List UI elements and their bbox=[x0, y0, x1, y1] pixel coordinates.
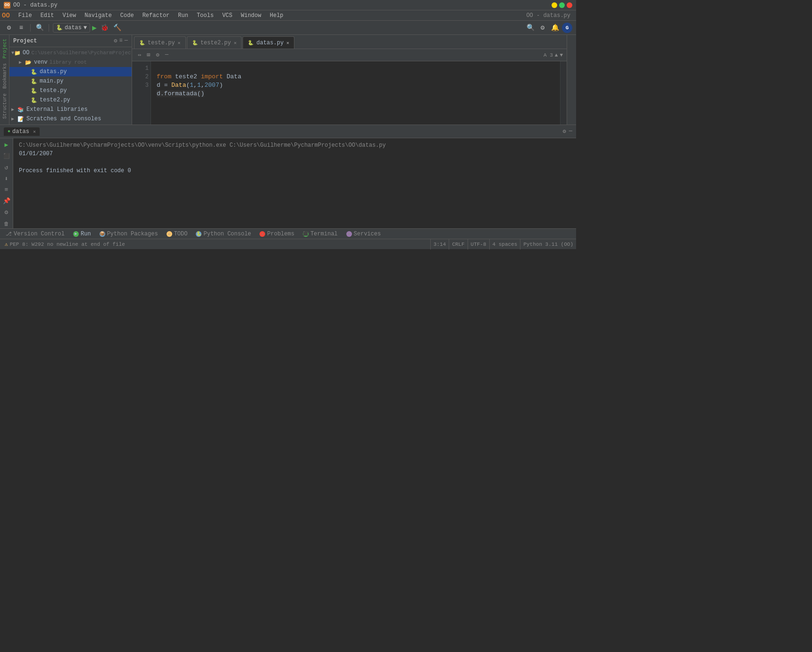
services-dot-icon: ⚙ bbox=[346, 231, 352, 237]
datas-tab-close[interactable]: ✕ bbox=[286, 40, 289, 46]
status-python-version[interactable]: Python 3.11 (OO) bbox=[520, 239, 576, 250]
tree-item-scratches[interactable]: ▶ 📝 Scratches and Consoles bbox=[9, 114, 132, 124]
vc-icon: ⎇ bbox=[6, 231, 12, 237]
tab-teste[interactable]: 🐍 teste.py ✕ bbox=[134, 36, 186, 49]
editor-tabs-bar: 🐍 teste.py ✕ 🐍 teste2.py ✕ 🐍 datas.py ✕ bbox=[132, 35, 567, 49]
bottom-tab-run[interactable]: ▶ Run bbox=[69, 229, 95, 239]
project-structure-btn[interactable]: ≡ bbox=[16, 23, 26, 33]
notifications-btn[interactable]: 🔔 bbox=[550, 23, 560, 33]
menu-navigate[interactable]: Navigate bbox=[81, 11, 116, 20]
menu-vcs[interactable]: VCS bbox=[218, 11, 236, 20]
bottom-tab-todo[interactable]: ☑ TODO bbox=[163, 229, 192, 239]
toggle-indents[interactable]: ⊞ bbox=[145, 50, 152, 59]
toggle-settings[interactable]: ⚙ bbox=[154, 50, 161, 59]
panel-close-btn[interactable]: — bbox=[125, 37, 128, 44]
debug-button[interactable]: 🐞 bbox=[99, 24, 110, 32]
editor-content: 1 2 3 from teste2 import Data d = Data(1… bbox=[132, 61, 567, 125]
bottom-tab-version-control[interactable]: ⎇ Version Control bbox=[2, 229, 68, 239]
main-file-icon: 🐍 bbox=[30, 78, 38, 84]
close-button[interactable] bbox=[567, 2, 572, 8]
code-line-3: d.formatada() bbox=[157, 90, 204, 97]
toggle-soft-wrap[interactable]: ⇔ bbox=[136, 50, 143, 59]
build-button[interactable]: 🔨 bbox=[112, 23, 123, 33]
bookmarks-sidebar-icon[interactable]: Bookmarks bbox=[1, 61, 8, 91]
scratches-arrow: ▶ bbox=[11, 116, 17, 122]
status-encoding[interactable]: UTF-8 bbox=[468, 239, 489, 250]
run-rerun-btn[interactable]: ↺ bbox=[2, 163, 11, 172]
menu-edit[interactable]: Edit bbox=[37, 11, 58, 20]
status-warning[interactable]: ⚠ PEP 8: W292 no newline at end of file bbox=[2, 239, 128, 250]
menu-window[interactable]: Window bbox=[237, 11, 265, 20]
settings-toolbar-btn[interactable]: ⚙ bbox=[4, 23, 14, 33]
maximize-button[interactable] bbox=[559, 2, 565, 8]
bottom-tab-python-packages[interactable]: 📦 Python Packages bbox=[96, 229, 162, 239]
teste2-tab-close[interactable]: ✕ bbox=[234, 40, 236, 46]
datas-label: datas.py bbox=[40, 68, 67, 75]
teste-tab-close[interactable]: ✕ bbox=[178, 40, 181, 46]
run-configuration[interactable]: 🐍 datas ▼ bbox=[53, 23, 90, 33]
encoding-text: UTF-8 bbox=[471, 242, 486, 247]
code-editor[interactable]: from teste2 import Data d = Data(1,1,200… bbox=[151, 61, 560, 125]
project-sidebar-icon[interactable]: Project bbox=[1, 37, 8, 60]
status-line-sep[interactable]: CRLF bbox=[449, 239, 467, 250]
tab-datas[interactable]: 🐍 datas.py ✕ bbox=[243, 36, 294, 49]
menu-bar: OO File Edit View Navigate Code Refactor… bbox=[0, 10, 576, 21]
menu-help[interactable]: Help bbox=[266, 11, 287, 20]
run-settings-side-btn[interactable]: ⚙ bbox=[2, 208, 11, 217]
menu-file[interactable]: File bbox=[15, 11, 36, 20]
todo-label: TODO bbox=[174, 231, 188, 237]
tree-item-external[interactable]: ▶ 📚 External Libraries bbox=[9, 105, 132, 114]
menu-tools[interactable]: Tools bbox=[193, 11, 218, 20]
bottom-tab-services[interactable]: ⚙ Services bbox=[343, 229, 385, 239]
run-pin-btn[interactable]: 📌 bbox=[2, 196, 11, 206]
tree-item-datas[interactable]: 🐍 datas.py bbox=[9, 67, 132, 76]
window-title: OO - datas.py bbox=[13, 2, 58, 8]
panel-settings-btn[interactable]: ⚙ bbox=[114, 37, 117, 44]
menu-refactor[interactable]: Refactor bbox=[139, 11, 174, 20]
scroll-down[interactable]: ▼ bbox=[560, 52, 563, 58]
menu-run[interactable]: Run bbox=[174, 11, 192, 20]
collapse-btn[interactable]: — bbox=[163, 50, 170, 59]
tree-item-main[interactable]: 🐍 main.py bbox=[9, 76, 132, 86]
menu-code[interactable]: Code bbox=[117, 11, 138, 20]
run-side-buttons: ▶ ⬛ ↺ ⬇ ≡ 📌 ⚙ 🗑 bbox=[0, 138, 13, 228]
run-stop-btn[interactable]: ⬛ bbox=[2, 151, 11, 161]
settings-btn[interactable]: ⚙ bbox=[537, 23, 548, 33]
bottom-tab-python-console[interactable]: 🐍 Python Console bbox=[192, 229, 255, 239]
warning-icon: ⚠ bbox=[5, 241, 8, 247]
status-position[interactable]: 3:14 bbox=[430, 239, 449, 250]
tree-item-teste2[interactable]: 🐍 teste2.py bbox=[9, 95, 132, 105]
warning-text: PEP 8: W292 no newline at end of file bbox=[10, 242, 125, 247]
tab-teste2[interactable]: 🐍 teste2.py ✕ bbox=[187, 36, 242, 49]
run-filter-btn[interactable]: ≡ bbox=[2, 185, 11, 195]
structure-sidebar-icon[interactable]: Structure bbox=[1, 92, 8, 121]
run-scroll-end-btn[interactable]: ⬇ bbox=[2, 174, 11, 184]
run-button[interactable]: ▶ bbox=[92, 23, 97, 33]
run-play-btn[interactable]: ▶ bbox=[2, 140, 11, 150]
line-numbers: 1 2 3 bbox=[132, 61, 151, 125]
minimize-button[interactable] bbox=[552, 2, 557, 8]
avatar-btn[interactable]: G bbox=[562, 23, 572, 33]
bottom-tab-terminal[interactable]: ⬛ Terminal bbox=[299, 229, 342, 239]
search-btn[interactable]: 🔍 bbox=[34, 23, 45, 33]
datas-tab-label: datas.py bbox=[256, 40, 284, 46]
bottom-tab-problems[interactable]: ⚠ Problems bbox=[256, 229, 298, 239]
run-clear-btn[interactable]: 🗑 bbox=[2, 219, 11, 228]
status-indent[interactable]: 4 spaces bbox=[489, 239, 520, 250]
run-settings-btn[interactable]: ⚙ bbox=[563, 128, 566, 135]
code-line-1: from teste2 import Data bbox=[157, 73, 241, 80]
terminal-label: Terminal bbox=[310, 231, 338, 237]
menu-view[interactable]: View bbox=[59, 11, 80, 20]
panel-collapse-btn[interactable]: ≡ bbox=[119, 37, 123, 44]
search-everywhere-btn[interactable]: 🔍 bbox=[525, 23, 536, 33]
tree-item-venv[interactable]: ▶ 📂 venv library root bbox=[9, 58, 132, 67]
run-close-btn[interactable]: — bbox=[569, 128, 572, 135]
external-lib-icon: 📚 bbox=[17, 106, 25, 113]
tree-item-root[interactable]: ▼ 📁 OO C:\Users\Guilherme\PycharmProject… bbox=[9, 48, 132, 58]
venv-label: venv bbox=[34, 59, 48, 66]
teste2-tab-label: teste2.py bbox=[201, 40, 231, 46]
scroll-up[interactable]: ▲ bbox=[555, 52, 558, 58]
tree-item-teste[interactable]: 🐍 teste.py bbox=[9, 86, 132, 95]
run-tab-datas[interactable]: ● datas ✕ bbox=[4, 127, 40, 136]
run-tab-close[interactable]: ✕ bbox=[33, 129, 36, 134]
